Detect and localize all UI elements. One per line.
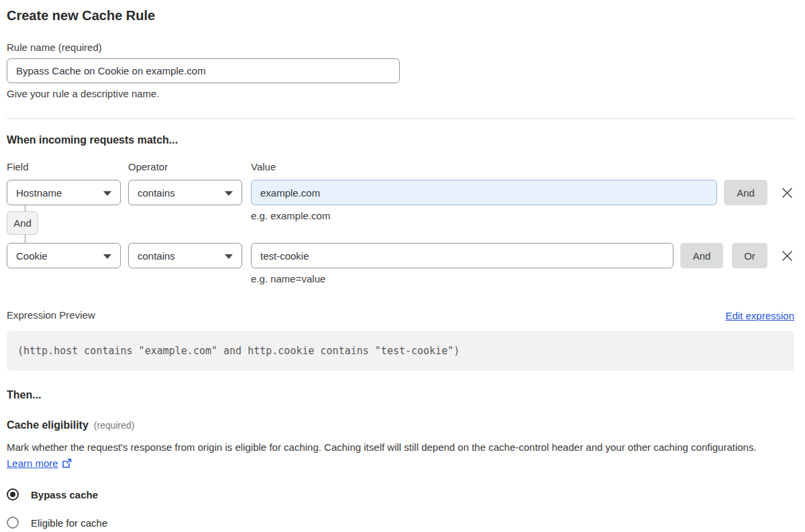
operator-select-1-value: contains [138,187,175,199]
required-note: (required) [94,420,135,431]
expression-preview-label: Expression Preview [7,309,95,321]
operator-select-2-value: contains [138,250,175,262]
and-button-row-1[interactable]: And [724,180,767,205]
value-input-1[interactable] [251,180,717,205]
field-select-2[interactable]: Cookie [7,243,121,268]
field-column-label: Field [7,161,128,173]
cache-eligibility-description: Mark whether the request's response from… [7,439,785,473]
radio-option-eligible-for-cache[interactable]: Eligible for cache [7,517,794,529]
expression-header: Expression Preview Edit expression [7,309,794,321]
value-column-label: Value [251,161,276,173]
or-button-row-2[interactable]: Or [732,243,767,268]
chevron-down-icon [103,191,111,196]
cache-eligibility-heading: Cache eligibility [7,419,89,432]
chevron-down-icon [225,254,233,259]
match-row-2: Cookie contains e.g. name=value And Or [7,243,794,285]
field-select-2-value: Cookie [16,250,48,262]
value-hint-1: e.g. example.com [251,210,717,222]
value-cell-1: e.g. example.com [251,180,717,222]
learn-more-link[interactable]: Learn more [7,458,58,469]
section-divider [7,118,794,119]
chevron-down-icon [103,254,111,259]
operator-select-1[interactable]: contains [128,180,242,205]
radio-label-bypass-cache: Bypass cache [31,489,98,500]
radio-unselected-icon[interactable] [7,517,19,529]
value-hint-2: e.g. name=value [251,273,674,285]
match-heading: When incoming requests match... [7,134,794,147]
expression-code-block: (http.host contains "example.com" and ht… [7,331,794,371]
and-connector-button[interactable]: And [7,211,38,235]
remove-row-2-button[interactable] [780,248,794,263]
close-icon [782,250,793,262]
chevron-down-icon [225,191,233,196]
edit-expression-link[interactable]: Edit expression [725,310,794,321]
operator-column-label: Operator [128,161,251,173]
radio-option-bypass-cache[interactable]: Bypass cache [7,488,794,500]
rule-name-helper: Give your rule a descriptive name. [7,88,794,100]
field-select-1-value: Hostname [16,187,62,199]
value-input-2[interactable] [251,243,674,268]
remove-row-1-button[interactable] [780,185,794,200]
page-title: Create new Cache Rule [7,7,794,23]
operator-select-2[interactable]: contains [128,243,242,268]
match-row-1: Hostname contains e.g. example.com And [7,180,794,222]
and-button-row-2[interactable]: And [680,243,723,268]
external-link-icon [62,457,72,473]
radio-selected-icon[interactable] [7,488,19,500]
match-column-labels: Field Operator Value [7,161,794,173]
close-icon [782,187,793,199]
field-select-1[interactable]: Hostname [7,180,121,205]
radio-label-eligible-for-cache: Eligible for cache [31,517,107,529]
rule-name-input[interactable] [7,58,400,83]
cache-eligibility-heading-row: Cache eligibility (required) [7,419,794,432]
value-cell-2: e.g. name=value [251,243,674,285]
description-text: Mark whether the request's response from… [7,441,757,453]
rule-name-label: Rule name (required) [7,42,794,54]
then-heading: Then... [7,388,794,402]
